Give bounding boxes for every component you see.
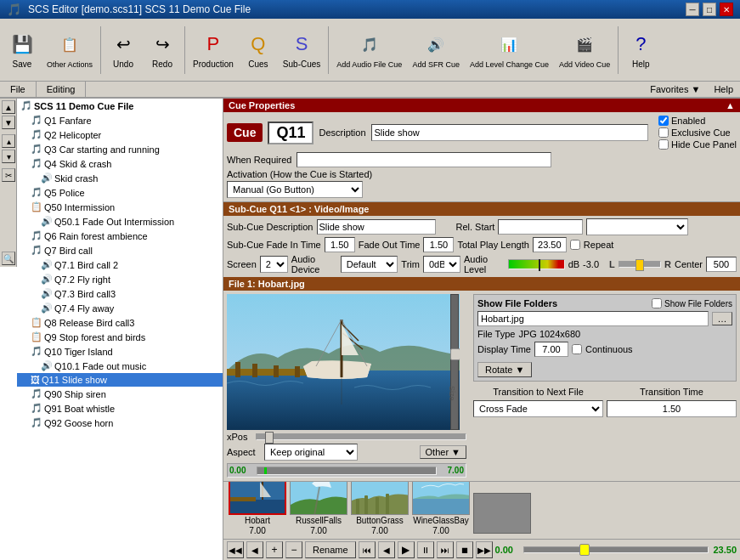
window-controls[interactable]: ─ □ ✕ [686, 3, 733, 16]
repeat-checkbox[interactable] [570, 240, 580, 250]
trim-select[interactable]: 0dB [423, 256, 460, 273]
description-input[interactable] [371, 124, 648, 141]
scroll-up-icon[interactable]: ▲ [726, 100, 735, 110]
nav-up-button[interactable]: ▲ [2, 100, 15, 114]
nav-search[interactable]: 🔍 [2, 252, 15, 265]
filename-input[interactable] [477, 311, 709, 326]
sidebar-item-q91[interactable]: 🎵 Q91 Boat whistle [17, 401, 223, 416]
center-input[interactable] [706, 257, 737, 272]
total-length-input[interactable] [533, 237, 567, 252]
xpos-track[interactable] [256, 433, 466, 440]
other-actions-button[interactable]: 📋 Other Actions [42, 21, 97, 79]
tab-favorites[interactable]: Favorites ▼ [643, 82, 707, 97]
rel-start-input[interactable] [498, 219, 583, 235]
fade-out-input[interactable] [423, 237, 454, 252]
transition-type-select[interactable]: Cross Fade [473, 400, 603, 417]
transport-thumb[interactable] [579, 544, 590, 556]
transition-time-input[interactable] [607, 400, 737, 417]
audio-device-select[interactable]: Default [341, 256, 398, 273]
redo-button[interactable]: ↪ Redo [144, 21, 181, 79]
sidebar-item-q2[interactable]: 🎵 Q2 Helicopter [17, 127, 223, 142]
thumb-item-1[interactable]: RussellFalls 7.00 [290, 481, 347, 535]
sidebar-item-q11[interactable]: 🖼 Q11 Slide show [17, 373, 223, 387]
add-sfr-button[interactable]: 🔊 Add SFR Cue [408, 21, 464, 79]
cues-button[interactable]: Q Cues [240, 21, 277, 79]
sidebar-item-q5[interactable]: 🎵 Q5 Police [17, 185, 223, 200]
pan-track[interactable] [619, 261, 661, 268]
xpos-thumb[interactable] [265, 432, 274, 444]
sidebar-item-q10-tiger[interactable]: 🎵 Q10 Tiger Island [17, 344, 223, 359]
other-button[interactable]: Other ▼ [420, 445, 466, 459]
cue-number[interactable]: Q11 [268, 122, 314, 144]
browse-button[interactable]: … [712, 312, 732, 325]
sidebar-item-q9[interactable]: 📋 Q9 Stop forest and birds [17, 330, 223, 344]
fade-in-input[interactable] [325, 237, 355, 252]
transport-track[interactable] [523, 546, 709, 553]
sidebar-item-q4[interactable]: 🎵 Q4 Skid & crash [17, 156, 223, 171]
nav-move-up[interactable]: ▴ [2, 134, 15, 148]
rel-start-select[interactable] [586, 218, 688, 235]
transport-stop-button[interactable]: ⏹ [456, 541, 473, 558]
close-button[interactable]: ✕ [720, 3, 733, 16]
save-button[interactable]: 💾 Save [3, 21, 41, 79]
thumb-item-0[interactable]: Hobart 7.00 [229, 481, 286, 535]
add-audio-button[interactable]: 🎵 Add Audio File Cue [332, 21, 406, 79]
rotate-button[interactable]: Rotate ▼ [477, 362, 532, 377]
transport-remove-button[interactable]: − [285, 541, 302, 558]
restore-button[interactable]: □ [703, 3, 716, 16]
transport-skip-end-button[interactable]: ⏭ [437, 541, 454, 558]
sidebar-item-q7-1[interactable]: 🔊 Q7.1 Bird call 2 [17, 257, 223, 272]
thumb-item-3[interactable]: WineGlassBay 7.00 [412, 481, 470, 535]
transport-skip-start-button[interactable]: ⏮ [359, 541, 376, 558]
sidebar-item-q7-4[interactable]: 🔊 Q7.4 Fly away [17, 301, 223, 315]
sidebar-item-q7[interactable]: 🎵 Q7 Bird call [17, 243, 223, 257]
transport-pause-button[interactable]: ⏸ [417, 541, 434, 558]
display-time-input[interactable] [534, 342, 568, 357]
activation-select[interactable]: Manual (Go Button) [227, 181, 363, 198]
rename-button[interactable]: Rename [305, 541, 356, 558]
enabled-checkbox[interactable] [658, 116, 669, 126]
nav-down-button[interactable]: ▼ [2, 116, 15, 129]
help-button[interactable]: ? Help [622, 21, 659, 79]
transport-back-button[interactable]: ◀ [246, 541, 263, 558]
sub-cues-button[interactable]: S Sub-Cues [279, 21, 325, 79]
tab-editing[interactable]: Editing [37, 82, 87, 97]
sidebar-item-q3[interactable]: 🎵 Q3 Car starting and running [17, 142, 223, 156]
aspect-select[interactable]: Keep original [264, 444, 358, 461]
hide-checkbox[interactable] [658, 139, 669, 150]
add-level-button[interactable]: 📊 Add Level Change Cue [466, 21, 553, 79]
transport-play-button[interactable]: ▶ [398, 541, 415, 558]
transport-prev-button[interactable]: ◀◀ [227, 541, 244, 558]
tab-help[interactable]: Help [707, 82, 740, 97]
production-button[interactable]: P Production [189, 21, 238, 79]
thumb-item-2[interactable]: ButtonGrass 7.00 [351, 481, 409, 535]
nav-move-down[interactable]: ▾ [2, 150, 15, 163]
sidebar-item-q90[interactable]: 🎵 Q90 Ship siren [17, 387, 223, 401]
screen-select[interactable]: 2 [260, 256, 288, 273]
transport-add-button[interactable]: + [266, 541, 283, 558]
sidebar-item-q50-1[interactable]: 🔊 Q50.1 Fade Out Intermission [17, 214, 223, 229]
when-required-input[interactable] [297, 152, 551, 167]
size-slider[interactable] [449, 294, 460, 430]
subcue-desc-input[interactable] [317, 219, 436, 235]
sidebar-item-q8[interactable]: 📋 Q8 Release Bird call3 [17, 315, 223, 330]
transport-play-back-button[interactable]: ◀ [378, 541, 395, 558]
add-video-button[interactable]: 🎬 Add Video Cue [555, 21, 614, 79]
continuous-checkbox[interactable] [572, 344, 582, 354]
exclusive-checkbox[interactable] [658, 127, 669, 138]
sidebar-item-q1[interactable]: 🎵 Q1 Fanfare [17, 113, 223, 127]
size-thumb[interactable] [450, 348, 460, 360]
undo-button[interactable]: ↩ Undo [105, 21, 142, 79]
sidebar-item-q50[interactable]: 📋 Q50 Intermission [17, 200, 223, 214]
sidebar-item-q7-2[interactable]: 🔊 Q7.2 Fly right [17, 272, 223, 286]
transport-ff-button[interactable]: ▶▶ [476, 541, 493, 558]
tab-file[interactable]: File [0, 82, 37, 97]
timeline-track[interactable] [257, 467, 437, 475]
sidebar-item-q7-3[interactable]: 🔊 Q7.3 Bird call3 [17, 286, 223, 301]
show-folders-checkbox[interactable] [652, 298, 662, 308]
nav-scissors[interactable]: ✂ [2, 168, 15, 182]
minimize-button[interactable]: ─ [686, 3, 699, 16]
sidebar-root[interactable]: 🎵 SCS 11 Demo Cue File [17, 99, 223, 113]
sidebar-item-q6[interactable]: 🎵 Q6 Rain forest ambience [17, 229, 223, 243]
sidebar-item-q4-1[interactable]: 🔊 Skid crash [17, 171, 223, 185]
